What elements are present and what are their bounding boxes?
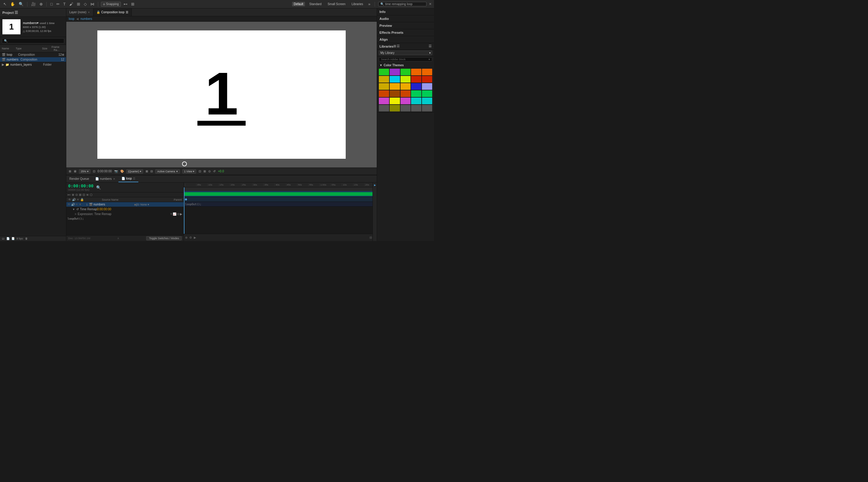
tab-render-queue[interactable]: Render Queue [66, 175, 92, 182]
timeline-timecode[interactable]: 0:00:00:00 [68, 184, 93, 188]
color-swatch-12[interactable] [401, 83, 411, 90]
new-folder-icon[interactable]: 🗂 [2, 237, 4, 240]
viewer-icon3[interactable]: ⊡ [198, 170, 201, 173]
view-select[interactable]: 1 View ▾ [182, 169, 196, 173]
motion-icon[interactable]: ≋ [86, 193, 89, 196]
expr-link-icon[interactable]: ⊙ [177, 213, 179, 216]
workspace-default[interactable]: Default [292, 2, 305, 6]
more-workspaces-icon[interactable]: » [367, 1, 371, 7]
new-comp-icon[interactable]: 📄 [6, 237, 10, 240]
time-remap-track[interactable] [184, 197, 377, 202]
fit-icon[interactable]: ⊡ [93, 170, 95, 173]
bit-depth-label[interactable]: 8 bpc [17, 237, 23, 240]
align-icon[interactable]: ⊷ [123, 1, 128, 7]
breadcrumb-numbers[interactable]: numbers [81, 17, 92, 21]
workspace-standard[interactable]: Standard [307, 2, 323, 6]
tl-settings-icon[interactable]: ⚙ [189, 236, 192, 239]
tab-numbers-close[interactable]: ✕ [113, 178, 116, 181]
pen-tool-icon[interactable]: ✏ [56, 1, 61, 7]
file-row-numbers[interactable]: 🎬 numbers Composition 12 [0, 57, 66, 62]
color-swatch-7[interactable] [401, 76, 411, 83]
color-swatch-13[interactable] [411, 83, 421, 90]
link-icon[interactable]: ⊷ [67, 193, 70, 196]
color-swatch-24[interactable] [422, 98, 432, 104]
file-row-loop[interactable]: 🎬 loop Composition 12 ⊕ [0, 53, 66, 57]
tab-layer-none[interactable]: Layer (none) ✕ [66, 8, 93, 16]
tl-new-comp-icon[interactable]: ⊕ [185, 236, 187, 239]
grid-icon[interactable]: ⊞ [130, 1, 135, 7]
mask-icon[interactable]: ⬡ [90, 193, 93, 196]
project-menu-icon[interactable]: ☰ [13, 10, 19, 15]
color-swatch-6[interactable] [390, 76, 400, 83]
parent-link-icon[interactable]: ⊙ [137, 203, 140, 206]
prop-expand-icon[interactable]: ▼ [72, 208, 75, 211]
expr-graph-icon[interactable]: 📈 [173, 213, 176, 216]
color-swatch-19[interactable] [422, 90, 432, 97]
color-swatch-1[interactable] [390, 69, 400, 75]
delete-icon[interactable]: 🗑 [25, 237, 28, 240]
folder-row-numbers-layers[interactable]: ▶ 📁 numbers_layers Folder [0, 62, 66, 67]
viewer-icon5[interactable]: ⊙ [208, 170, 211, 173]
layer-track-numbers[interactable] [184, 191, 377, 197]
my-library-dropdown[interactable]: My Library ▾ [379, 51, 432, 55]
effects-presets-title[interactable]: Effects Presets [377, 29, 434, 36]
color-swatch-17[interactable] [401, 90, 411, 97]
color-swatch-15[interactable] [379, 90, 389, 97]
color-swatch-22[interactable] [401, 98, 411, 104]
puppet-tool-icon[interactable]: ⋈ [90, 1, 95, 7]
tab-composition-loop[interactable]: 🔒 Composition loop ☰ [93, 8, 132, 16]
search-timeline-icon[interactable]: 🔍 [95, 185, 102, 190]
color-picker-icon[interactable]: 🎨 [120, 170, 124, 173]
expr-expand-icon[interactable]: ▶ [180, 213, 182, 216]
solo-icon[interactable]: ⊙ [75, 193, 78, 196]
color-swatch-25[interactable] [379, 105, 389, 111]
solo-icon[interactable]: ☀ [75, 203, 78, 206]
expr-enable-icon[interactable]: = [170, 213, 172, 216]
color-swatch-16[interactable] [390, 90, 400, 97]
color-swatch-29[interactable] [422, 105, 432, 111]
new-comp2-icon[interactable]: 📑 [11, 237, 15, 240]
tl-zoom-out[interactable]: ⊟ [370, 236, 372, 239]
toggle-switches-btn[interactable]: Toggle Switches / Modes [146, 236, 182, 240]
color-swatch-9[interactable] [422, 76, 432, 83]
tab-layer-none-close[interactable]: ✕ [88, 11, 90, 14]
collapse-icon[interactable]: ▼ [79, 203, 82, 206]
select-tool-icon[interactable]: ↖ [2, 1, 7, 7]
zoom-tool-icon[interactable]: 🔍 [18, 1, 24, 7]
zoom-select[interactable]: 25% ▾ [79, 169, 90, 173]
frame-icon[interactable]: ⊡ [83, 193, 85, 196]
viewer-icon6[interactable]: ↺ [213, 170, 216, 173]
text-tool-icon[interactable]: T [62, 1, 67, 7]
color-swatch-2[interactable] [401, 69, 411, 75]
info-title[interactable]: Info [377, 8, 434, 15]
color-swatch-10[interactable] [379, 83, 389, 90]
breadcrumb-loop[interactable]: loop [69, 17, 74, 21]
color-swatch-28[interactable] [411, 105, 421, 111]
parent-dropdown[interactable]: None ▾ [141, 203, 149, 206]
libraries-menu-icon[interactable]: ☰ [429, 44, 432, 48]
eraser-tool-icon[interactable]: ◇ [83, 1, 88, 7]
close-search-icon[interactable]: ✕ [429, 2, 432, 6]
viewer-layout-icon[interactable]: ⊞ [69, 170, 71, 173]
color-swatch-3[interactable] [411, 69, 421, 75]
tab-loop-menu[interactable]: ☰ [133, 177, 135, 180]
workspace-libraries[interactable]: Libraries [350, 2, 365, 6]
toggle-icon2[interactable]: ⊟ [150, 170, 153, 173]
hand-tool-icon[interactable]: ✋ [9, 1, 16, 7]
audio-icon[interactable]: 🔊 [71, 203, 75, 206]
shy-icon[interactable]: ⊞ [79, 193, 82, 196]
list-view-icon[interactable]: ☰ [397, 44, 400, 48]
tab-loop[interactable]: 📄 loop ☰ [119, 175, 138, 182]
add-icon[interactable]: ⊕ [72, 193, 74, 196]
camera-tool-icon[interactable]: 🎥 [30, 1, 37, 7]
grid-view-icon[interactable]: ⊞ [393, 44, 396, 48]
pan-tool-icon[interactable]: ⊕ [38, 1, 44, 7]
snapping-toggle[interactable]: ⧈ Snapping [101, 2, 121, 7]
color-swatch-20[interactable] [379, 98, 389, 104]
color-swatch-26[interactable] [390, 105, 400, 111]
viewer-monitor-icon[interactable]: 🖥 [73, 170, 76, 173]
layer-row-numbers[interactable]: 👁 🔊 ☀ ▼ 1 🎬 numbers ◆ ∫ ⊙ [66, 202, 184, 207]
brush-tool-icon[interactable]: 🖌 [68, 1, 74, 7]
project-search-input[interactable] [2, 38, 64, 43]
tl-playback-icon[interactable]: ▶ [194, 236, 196, 239]
